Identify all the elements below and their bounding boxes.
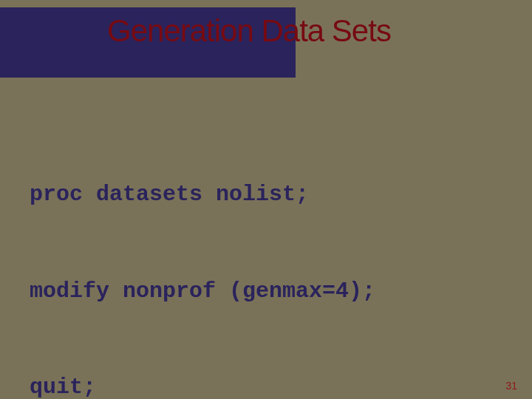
code-line: quit;: [30, 372, 502, 399]
slide-title: Generation Data Sets: [107, 13, 391, 49]
slide-container: Generation Data Sets proc datasets nolis…: [0, 0, 532, 399]
page-number: 31: [505, 380, 517, 392]
code-block: proc datasets nolist; modify nonprof (ge…: [30, 115, 502, 399]
code-line: proc datasets nolist;: [30, 179, 502, 211]
code-line: modify nonprof (genmax=4);: [30, 276, 502, 308]
